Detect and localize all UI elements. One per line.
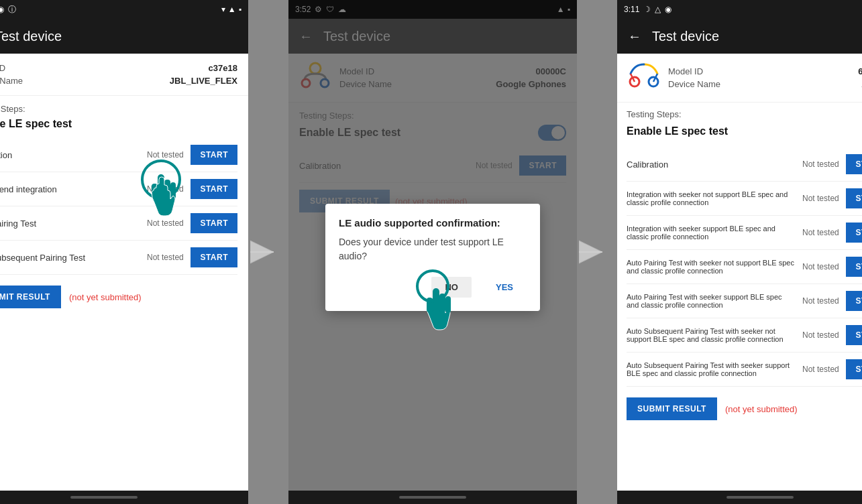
dialog-title-2: LE audio supported confirmation:: [339, 217, 527, 229]
pairing-start-btn-1[interactable]: START: [191, 213, 237, 233]
test-row-e2e-1: End-to-end integration Not tested START: [0, 172, 237, 206]
test-start-btn-0-3[interactable]: START: [846, 154, 862, 174]
submit-row-3: SUBMIT RESULT (not yet submitted): [627, 387, 862, 426]
home-bar-2: [399, 496, 466, 499]
submit-btn-1[interactable]: SUBMIT RESULT: [0, 286, 61, 308]
testing-steps-label-3: Testing Steps:: [627, 109, 862, 119]
device-icon-3: [628, 62, 660, 94]
test-label-0-3: Calibration: [627, 160, 795, 170]
not-submitted-3: (not yet submitted): [725, 404, 798, 414]
test-start-btn-1-3[interactable]: START: [846, 188, 862, 208]
calibration-label-1: Calibration: [0, 150, 140, 160]
svg-rect-11: [445, 296, 451, 313]
circle-icon: ◉: [0, 5, 4, 14]
not-submitted-1: (not yet submitted): [69, 292, 142, 302]
test-label-6-3: Auto Subsequent Pairing Test with seeker…: [627, 361, 795, 377]
model-id-value-1: c37e18: [209, 63, 237, 73]
calibration-status-1: Not tested: [145, 150, 185, 160]
testing-steps-label-1: Testing Steps:: [0, 104, 237, 114]
test-status-5-3: Not tested: [800, 330, 841, 340]
device-info-text-3: Model ID 6EDAF7 Device Name Allegro: [668, 65, 862, 90]
home-bar-1: [70, 496, 138, 499]
model-id-label-3: Model ID: [668, 66, 703, 76]
test-status-6-3: Not tested: [800, 365, 841, 374]
submit-btn-3[interactable]: SUBMIT RESULT: [627, 397, 717, 420]
app-title-1: Test device: [0, 29, 62, 44]
e2e-label-1: End-to-end integration: [0, 184, 140, 194]
test-row-5-3: Auto Subsequent Pairing Test with seeker…: [627, 318, 862, 353]
app-bar-1: ← Test device: [0, 19, 248, 54]
screen-3: 3:11 ☽ △ ◉ ▲ ▪ ← Test device: [617, 0, 862, 504]
dialog-yes-btn[interactable]: YES: [482, 277, 527, 298]
moon-icon: ☽: [643, 5, 651, 14]
enable-le-title-3: Enable LE spec test: [627, 125, 728, 137]
dialog-body-2: Does your device under test support LE a…: [339, 235, 527, 263]
test-row-calibration-1: Calibration Not tested START: [0, 138, 237, 172]
test-start-btn-3-3[interactable]: START: [846, 257, 862, 277]
test-start-btn-4-3[interactable]: START: [846, 291, 862, 311]
testing-content-3: Testing Steps: Enable LE spec test Calib…: [617, 103, 862, 491]
warning-icon: △: [655, 5, 661, 14]
test-row-1-3: Integration with seeker not support BLE …: [627, 182, 862, 216]
status-right-1: ▾ ▲ ▪: [221, 5, 241, 14]
test-row-4-3: Auto Pairing Test with seeker support BL…: [627, 284, 862, 318]
test-label-2-3: Integration with seeker support BLE spec…: [627, 225, 795, 241]
status-bar-3: 3:11 ☽ △ ◉ ▲ ▪: [617, 0, 862, 19]
arrow-1: [248, 234, 288, 271]
test-row-3-3: Auto Pairing Test with seeker not suppor…: [627, 250, 862, 284]
test-start-btn-2-3[interactable]: START: [846, 223, 862, 243]
test-status-3-3: Not tested: [800, 262, 841, 271]
device-name-label-1: Device Name: [0, 76, 23, 86]
device-name-row-1: Device Name JBL_LIVE_FLEX: [0, 74, 237, 87]
device-name-row-3: Device Name Allegro: [668, 78, 862, 90]
battery-icon: ▪: [239, 5, 241, 14]
hand-cursor-2: [419, 288, 456, 338]
wifi-signal: ▲: [228, 5, 236, 14]
pairing-label-1: Auto Pairing Test: [0, 218, 140, 229]
test-row-0-3: Calibration Not tested START: [627, 147, 862, 182]
hand-cursor-1: [144, 174, 181, 229]
arrow-2: [577, 234, 617, 271]
model-id-value-3: 6EDAF7: [858, 66, 862, 76]
test-start-btn-5-3[interactable]: START: [846, 325, 862, 345]
device-name-value-1: JBL_LIVE_FLEX: [170, 76, 237, 86]
device-info-card-1: Model ID c37e18 Device Name JBL_LIVE_FLE…: [0, 54, 248, 96]
home-indicator-2: [288, 491, 577, 504]
app-bar-3: ← Test device: [617, 19, 862, 54]
subsequent-start-btn-1[interactable]: START: [191, 247, 237, 267]
test-row-subsequent-1: Auto Subsequent Pairing Test Not tested …: [0, 241, 237, 275]
test-label-3-3: Auto Pairing Test with seeker not suppor…: [627, 259, 795, 275]
e2e-start-btn-1[interactable]: START: [191, 179, 237, 199]
info-icon: ⓘ: [8, 4, 16, 15]
test-row-6-3: Auto Subsequent Pairing Test with seeker…: [627, 353, 862, 387]
model-id-label-1: Model ID: [0, 63, 5, 73]
status-left-1: 1:55 ⚙ ◉ ⓘ: [0, 4, 16, 15]
device-name-label-3: Device Name: [668, 79, 720, 89]
test-row-pairing-1: Auto Pairing Test Not tested START: [0, 206, 237, 241]
calibration-start-btn-1[interactable]: START: [191, 145, 237, 165]
status-bar-1: 1:55 ⚙ ◉ ⓘ ▾ ▲ ▪: [0, 0, 248, 19]
testing-content-1: Testing Steps: Enable LE spec test Calib…: [0, 96, 248, 491]
model-id-row-3: Model ID 6EDAF7: [668, 65, 862, 78]
wifi-icon: ▾: [221, 5, 225, 14]
home-bar-3: [726, 496, 794, 499]
back-button-3[interactable]: ←: [628, 29, 641, 44]
test-start-btn-6-3[interactable]: START: [846, 359, 862, 379]
device-info-card-3: Model ID 6EDAF7 Device Name Allegro: [617, 54, 862, 103]
test-status-4-3: Not tested: [800, 296, 841, 306]
test-status-1-3: Not tested: [800, 194, 841, 203]
status-left-3: 3:11 ☽ △ ◉: [624, 5, 671, 14]
test-label-5-3: Auto Subsequent Pairing Test with seeker…: [627, 327, 795, 343]
home-indicator-1: [0, 491, 248, 504]
test-label-4-3: Auto Pairing Test with seeker support BL…: [627, 293, 795, 309]
test-label-1-3: Integration with seeker not support BLE …: [627, 190, 795, 206]
test-status-2-3: Not tested: [800, 228, 841, 237]
app-title-3: Test device: [652, 29, 719, 44]
home-indicator-3: [617, 491, 862, 504]
sos-icon: ◉: [665, 5, 671, 14]
subsequent-label-1: Auto Subsequent Pairing Test: [0, 253, 140, 263]
enable-le-row-1: Enable LE spec test: [0, 118, 237, 130]
subsequent-status-1: Not tested: [145, 253, 185, 262]
test-row-2-3: Integration with seeker support BLE spec…: [627, 216, 862, 250]
submit-row-1: SUBMIT RESULT (not yet submitted): [0, 275, 237, 314]
